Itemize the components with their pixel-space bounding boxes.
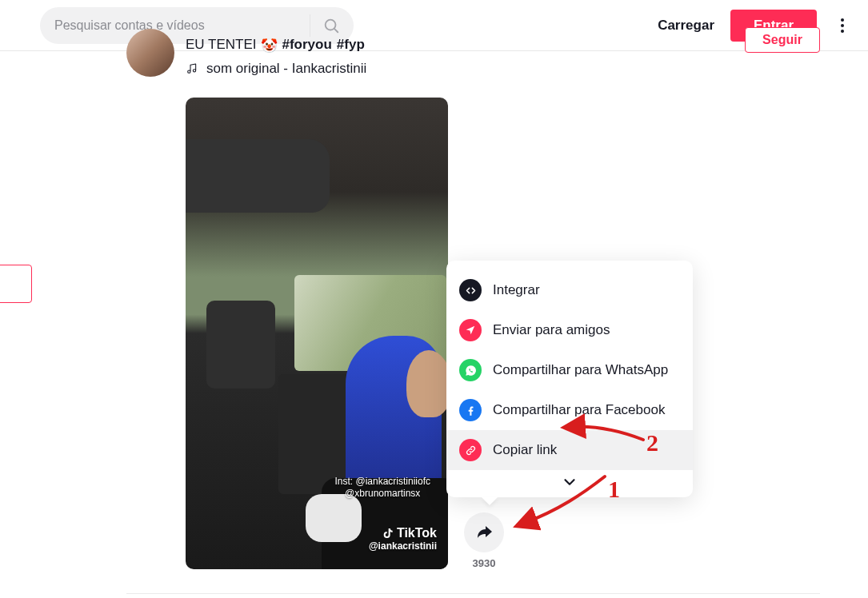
follow-button[interactable]: Seguir [745,27,820,53]
embed-icon [459,279,482,301]
share-arrow-icon [474,523,494,542]
share-button[interactable] [464,512,504,552]
share-item-label: Enviar para amigos [493,322,610,338]
sound-row[interactable]: som original - Iankacristinii [186,61,868,77]
video-overlay-text: Inst: @iankacristiniiofc @xbrunomartinsx [334,476,430,500]
dot-icon [841,30,844,33]
video-player[interactable]: Inst: @iankacristiniiofc @xbrunomartinsx… [186,98,448,569]
share-item-label: Compartilhar para WhatsApp [493,362,668,378]
dot-icon [841,24,844,27]
search-separator [310,14,310,37]
share-item-label: Integrar [493,282,540,298]
caption-text: EU TENTEI [186,35,256,54]
content: EU TENTEI #foryou #fyp som original - Ia… [126,35,868,569]
hashtag-fyp[interactable]: #fyp [337,35,365,54]
avatar[interactable] [126,29,174,77]
overlay-line-2: @xbrunomartinsx [334,488,430,500]
share-popover: Integrar Enviar para amigos Compartilhar… [446,261,693,497]
upload-link[interactable]: Carregar [658,18,714,34]
video-scene [406,350,448,417]
share-stack: 3930 [464,512,504,569]
video-scene [306,494,362,542]
video-scene [186,139,330,213]
tiktok-user-text: @iankacristinii [369,540,437,552]
sidebar-text: ídeos [0,220,40,234]
tiktok-watermark: TikTok @iankacristinii [369,526,437,552]
sidebar-fragment: ídeos [0,220,40,303]
hashtag-foryou[interactable]: #foryou [282,35,331,54]
share-item-facebook[interactable]: Compartilhar para Facebook [446,390,693,430]
search-icon [322,17,340,34]
facebook-icon [459,399,482,421]
clown-emoji-icon [261,37,277,53]
share-item-copy-link[interactable]: Copiar link [446,430,693,470]
music-note-icon [186,62,198,75]
search-input[interactable] [54,18,305,33]
video-scene [206,301,275,389]
sidebar-login-button[interactable] [0,265,32,303]
share-item-embed[interactable]: Integrar [446,270,693,310]
share-item-label: Copiar link [493,442,557,458]
link-icon [459,439,482,461]
svg-line-1 [334,29,338,32]
share-item-label: Compartilhar para Facebook [493,402,665,418]
send-icon [459,319,482,341]
tiktok-logo-icon [382,527,394,540]
share-item-send[interactable]: Enviar para amigos [446,310,693,350]
whatsapp-icon [459,359,482,381]
share-item-whatsapp[interactable]: Compartilhar para WhatsApp [446,350,693,390]
chevron-down-icon [561,473,578,491]
overlay-line-1: Inst: @iankacristiniiofc [334,476,430,488]
video-row: Inst: @iankacristiniiofc @xbrunomartinsx… [126,98,868,569]
post-header: EU TENTEI #foryou #fyp som original - Ia… [126,35,868,77]
share-more-toggle[interactable] [446,470,693,492]
sound-label: som original - Iankacristinii [206,61,366,77]
share-count: 3930 [473,557,496,569]
tiktok-brand-text: TikTok [397,526,437,540]
post-separator [126,593,820,594]
dot-icon [841,18,844,22]
